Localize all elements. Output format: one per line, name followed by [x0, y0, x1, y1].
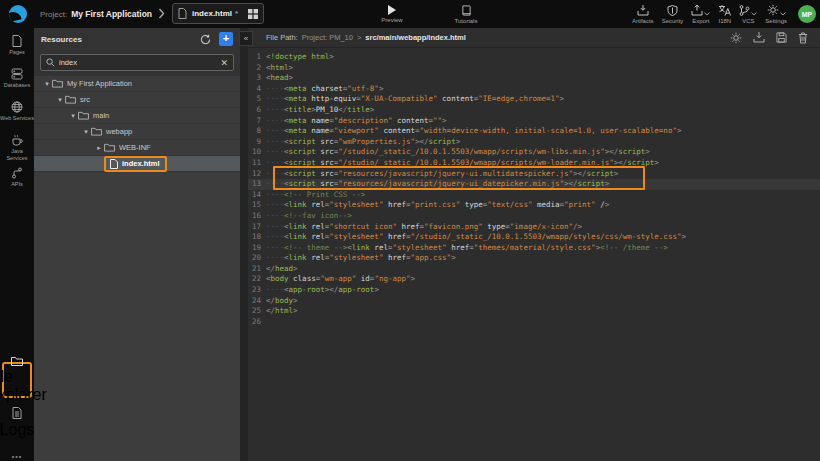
export-upload-icon	[691, 5, 703, 16]
tree-item[interactable]: ▾main	[34, 108, 240, 124]
vcs-caret-icon	[751, 12, 757, 16]
search-input[interactable]: index ✕	[40, 54, 234, 71]
sidebar-item-web-services[interactable]: Web Services	[0, 94, 34, 127]
code-line[interactable]: ····<script src="resources/javascript/jq…	[266, 179, 820, 190]
code-line[interactable]: ····<app-root></app-root>	[266, 285, 820, 296]
code-line[interactable]: ····<title>PM_10</title>	[266, 105, 820, 116]
vcs-button[interactable]: VCS	[739, 0, 757, 28]
clear-search-icon[interactable]: ✕	[220, 58, 228, 68]
tree-item[interactable]: ▾webapp	[34, 124, 240, 140]
code-line[interactable]: <body class="wm-app" id="ng-app">	[266, 274, 820, 285]
code-line[interactable]: ····<!--fav icon-->	[266, 211, 820, 222]
file-path-arrow: >	[357, 33, 361, 42]
left-sidebar: Pages Databases Web Services Java Servic…	[0, 28, 34, 461]
code-line[interactable]: ····<meta charset="utf-8">	[266, 84, 820, 95]
code-line[interactable]: ····<link rel="shortcut icon" href="favi…	[266, 222, 820, 233]
security-button[interactable]: Security	[662, 0, 684, 28]
editor-header: File Path: Project: PM_10 > src/main/web…	[248, 28, 820, 48]
sidebar-item-logs[interactable]: Logs	[0, 406, 34, 439]
apis-icon	[11, 167, 23, 179]
tree-caret-icon[interactable]: ▸	[94, 144, 104, 152]
tree-caret-icon[interactable]: ▾	[42, 80, 52, 88]
tree-highlight-box: index.html	[104, 156, 167, 172]
grid-layout-icon[interactable]	[248, 9, 258, 19]
code-line[interactable]: ····<!-- Print CSS -->	[266, 190, 820, 201]
code-line[interactable]: ····<meta name="viewport" content="width…	[266, 126, 820, 137]
tutorials-button[interactable]: Tutorials	[448, 0, 484, 28]
settings-button[interactable]: Settings	[765, 0, 787, 28]
panel-divider[interactable]	[240, 28, 248, 461]
file-icon	[110, 159, 118, 169]
save-file-icon[interactable]	[776, 32, 787, 43]
code-line[interactable]: </html>	[266, 306, 820, 317]
tree-item-label: src	[80, 95, 90, 104]
file-tree: ▾My First Application▾src▾main▾webapp▸WE…	[34, 76, 240, 172]
artifacts-button[interactable]: Artifacts	[632, 0, 654, 28]
logs-icon	[12, 407, 22, 419]
wavemaker-logo-icon[interactable]	[9, 5, 27, 23]
refresh-icon[interactable]	[200, 34, 211, 45]
tree-item-label: WEB-INF	[119, 143, 151, 152]
code-line[interactable]: ····<link rel="stylesheet" href="/studio…	[266, 232, 820, 243]
file-explorer-label: File Explorer	[0, 368, 47, 404]
i18n-button[interactable]: I18N	[718, 0, 731, 28]
code-line[interactable]: ····<script src="/studio/_static_/10.0.1…	[266, 158, 820, 169]
preview-button[interactable]: Preview	[374, 0, 410, 28]
download-file-icon[interactable]	[753, 32, 765, 43]
code-line[interactable]: <head>	[266, 73, 820, 84]
file-path-label: File Path:	[266, 33, 298, 42]
project-name[interactable]: My First Application	[71, 9, 152, 19]
folder-icon	[78, 111, 89, 120]
file-path-project: Project: PM_10	[302, 33, 353, 42]
settings-caret-icon	[780, 12, 786, 16]
code-line[interactable]: ····<script src="wmProperties.js"></scri…	[266, 137, 820, 148]
sidebar-item-java-services[interactable]: Java Services	[0, 127, 34, 160]
tree-caret-icon[interactable]: ▾	[81, 128, 91, 136]
code-line[interactable]: </body>	[266, 296, 820, 307]
code-line[interactable]: <html>	[266, 63, 820, 74]
vcs-branch-icon	[739, 5, 750, 16]
collapse-panel-button[interactable]: «	[239, 31, 253, 46]
play-icon	[388, 5, 396, 15]
code-line[interactable]	[266, 317, 820, 328]
sidebar-item-pages[interactable]: Pages	[0, 28, 34, 61]
sidebar-item-apis[interactable]: APIs	[0, 160, 34, 193]
code-line[interactable]: ····<script src="/studio/_static_/10.0.1…	[266, 147, 820, 158]
tree-item-label: index.html	[122, 159, 160, 168]
file-path-value: src/main/webapp/index.html	[365, 33, 465, 42]
user-avatar[interactable]: MP	[798, 5, 816, 23]
databases-icon	[11, 68, 23, 80]
code-line[interactable]: ····<!-- theme --><link rel="stylesheet"…	[266, 243, 820, 254]
topbar-right-icons: Artifacts Security Export I18N	[632, 0, 816, 28]
tree-item[interactable]: index.html	[34, 156, 240, 172]
code-line[interactable]: <!doctype html>	[266, 52, 820, 63]
add-resource-button[interactable]: +	[219, 32, 233, 46]
delete-file-icon[interactable]	[798, 32, 808, 44]
pages-icon	[12, 35, 22, 47]
top-bar: Project: My First Application index.html…	[0, 0, 820, 28]
code-line[interactable]: ····<meta name="description" content="">	[266, 116, 820, 127]
tree-caret-icon[interactable]: ▾	[55, 96, 65, 104]
sidebar-item-file-explorer[interactable]: File Explorer	[2, 362, 32, 398]
open-file-tab[interactable]: index.html *	[172, 3, 264, 24]
code-line[interactable]: ····<script src="resources/javascript/jq…	[266, 169, 820, 180]
export-button[interactable]: Export	[691, 0, 710, 28]
folder-icon	[52, 79, 63, 88]
code-area[interactable]: 1234567891011121314151617181920212223242…	[248, 48, 820, 461]
resources-title: Resources	[41, 35, 192, 44]
code-line[interactable]: ····<link rel="stylesheet" href="app.css…	[266, 253, 820, 264]
tree-item[interactable]: ▾src	[34, 92, 240, 108]
tree-caret-icon[interactable]: ▾	[68, 112, 78, 120]
editor-settings-gear-icon[interactable]	[730, 32, 742, 44]
tutorials-book-icon	[461, 5, 472, 16]
tree-item[interactable]: ▾My First Application	[34, 76, 240, 92]
code-line[interactable]: ····<link rel="stylesheet" href="print.c…	[266, 200, 820, 211]
tree-item-label: webapp	[106, 127, 132, 136]
sidebar-item-databases[interactable]: Databases	[0, 61, 34, 94]
sidebar-more-dots[interactable]: •••	[0, 453, 34, 460]
code-line[interactable]: </head>	[266, 264, 820, 275]
tree-item[interactable]: ▸WEB-INF	[34, 140, 240, 156]
folder-icon	[11, 356, 23, 366]
code-line[interactable]: ····<meta http-equiv="X-UA-Compatible" c…	[266, 94, 820, 105]
folder-icon	[104, 143, 115, 152]
